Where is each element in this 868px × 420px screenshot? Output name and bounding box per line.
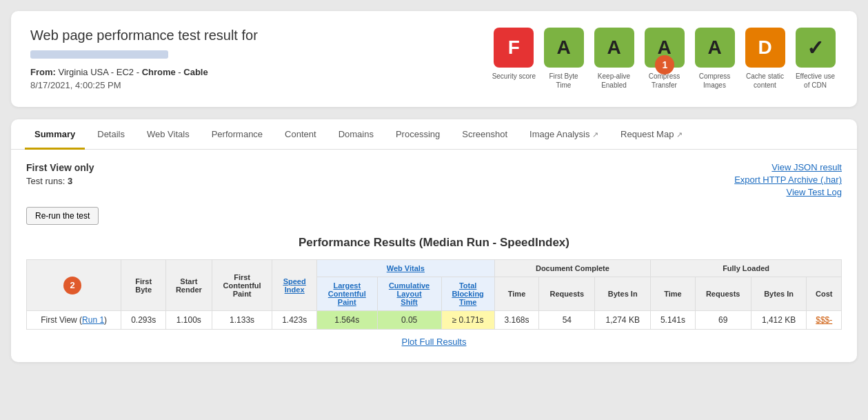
th-full-time: Time xyxy=(651,277,696,311)
cell-cost[interactable]: $$$- xyxy=(807,311,842,330)
th-tbt[interactable]: TotalBlockingTime xyxy=(441,277,494,311)
cell-first-byte: 0.293s xyxy=(121,311,166,330)
runs-label: Test runs: 3 xyxy=(26,176,94,186)
grade-item-security: F Security score xyxy=(492,28,536,81)
badge-2: 2 xyxy=(63,277,81,294)
export-har-link[interactable]: Export HTTP Archive (.har) xyxy=(734,174,842,185)
table-row: First View (Run 1) 0.293s 1.100s 1.133s … xyxy=(27,311,842,330)
grade-item-cache: D Cache static content xyxy=(743,28,787,90)
cell-full-bytes: 1,412 KB xyxy=(751,311,807,330)
datetime: 8/17/2021, 4:00:25 PM xyxy=(30,80,258,90)
from-info: From: Virginia USA - EC2 - Chrome - Cabl… xyxy=(30,67,258,77)
page-title: Web page performance test result for xyxy=(30,28,258,43)
grade-box-a-fbt: A xyxy=(544,28,584,68)
grade-item-compress-images: A Compress Images xyxy=(692,28,737,90)
web-vitals-link[interactable]: Web Vitals xyxy=(387,264,425,272)
grade-item-keepalive: A Keep-alive Enabled xyxy=(592,28,636,90)
th-speed-index[interactable]: SpeedIndex xyxy=(272,260,317,311)
tab-screenshot[interactable]: Screenshot xyxy=(452,119,517,150)
speed-index-link[interactable]: SpeedIndex xyxy=(283,277,306,294)
tab-processing[interactable]: Processing xyxy=(386,119,450,150)
th-fcp: FirstContentfulPaint xyxy=(212,260,272,311)
cell-full-requests: 69 xyxy=(695,311,751,330)
tab-web-vitals[interactable]: Web Vitals xyxy=(137,119,199,150)
tab-summary[interactable]: Summary xyxy=(25,119,85,150)
grade-label-cache: Cache static content xyxy=(743,72,787,90)
grade-label-fbt: First Byte Time xyxy=(541,72,586,90)
results-table: 2 FirstByte StartRender FirstContentfulP… xyxy=(26,259,842,330)
external-link-icon-image: ↗ xyxy=(592,130,598,139)
tabs-bar: Summary Details Web Vitals Performance C… xyxy=(11,119,857,150)
summary-right: View JSON result Export HTTP Archive (.h… xyxy=(734,162,842,197)
grade-item-cdn: ✓ Effective use of CDN xyxy=(793,28,838,90)
th-first-byte: FirstByte xyxy=(121,260,166,311)
th-fully-loaded: Fully Loaded xyxy=(651,260,842,277)
grade-box-f: F xyxy=(494,28,534,68)
th-lcp[interactable]: LargestContentfulPaint xyxy=(316,277,377,311)
top-card-left: Web page performance test result for Fro… xyxy=(30,28,258,90)
grade-label-keepalive: Keep-alive Enabled xyxy=(592,72,636,90)
tab-details[interactable]: Details xyxy=(88,119,134,150)
cell-doc-requests: 54 xyxy=(539,311,595,330)
cell-tbt: ≥ 0.171s xyxy=(441,311,494,330)
badge-1: 1 xyxy=(655,55,674,74)
cell-fcp: 1.133s xyxy=(212,311,272,330)
view-test-log-link[interactable]: View Test Log xyxy=(787,187,842,197)
grade-label-security: Security score xyxy=(492,72,536,81)
tab-content[interactable]: Content xyxy=(275,119,326,150)
tab-performance[interactable]: Performance xyxy=(202,119,272,150)
grade-box-a-images: A xyxy=(695,28,735,68)
th-start-render: StartRender xyxy=(165,260,212,311)
grade-label-cdn: Effective use of CDN xyxy=(793,72,838,90)
th-doc-complete: Document Complete xyxy=(494,260,650,277)
lcp-link[interactable]: LargestContentfulPaint xyxy=(328,281,366,306)
external-link-icon-request: ↗ xyxy=(676,130,683,139)
grades-section: F Security score A First Byte Time A Kee… xyxy=(492,28,838,90)
tab-image-analysis[interactable]: Image Analysis ↗ xyxy=(520,119,608,150)
th-doc-requests: Requests xyxy=(539,277,595,311)
th-full-requests: Requests xyxy=(695,277,751,311)
cost-link[interactable]: $$$- xyxy=(816,315,832,325)
from-label: From: xyxy=(30,67,56,77)
cls-link[interactable]: CumulativeLayoutShift xyxy=(389,281,430,306)
grade-item-fbt: A First Byte Time xyxy=(541,28,586,90)
th-doc-time: Time xyxy=(494,277,539,311)
th-badge: 2 xyxy=(27,260,121,311)
cell-full-time: 5.141s xyxy=(651,311,696,330)
grade-box-d: D xyxy=(745,28,785,68)
grade-box-check: ✓ xyxy=(796,28,836,68)
tab-request-map[interactable]: Request Map ↗ xyxy=(611,119,692,150)
view-label: First View only xyxy=(26,162,94,173)
plot-link-wrapper: Plot Full Results xyxy=(26,337,842,347)
run1-link[interactable]: Run 1 xyxy=(82,315,104,325)
browser-label: Chrome xyxy=(142,67,176,77)
perf-results-title: Performance Results (Median Run - SpeedI… xyxy=(26,236,842,250)
top-card: Web page performance test result for Fro… xyxy=(11,11,857,107)
grade-label-compress-images: Compress Images xyxy=(692,72,737,90)
runs-count: 3 xyxy=(68,176,72,186)
content-area: First View only Test runs: 3 View JSON r… xyxy=(11,150,857,362)
url-bar xyxy=(30,50,168,59)
tbt-link[interactable]: TotalBlockingTime xyxy=(452,281,483,306)
th-web-vitals: Web Vitals xyxy=(316,260,494,277)
from-location: Virginia USA - EC2 xyxy=(58,67,134,77)
rerun-button[interactable]: Re-run the test xyxy=(26,207,99,225)
view-json-link[interactable]: View JSON result xyxy=(771,162,842,172)
cell-doc-bytes: 1,274 KB xyxy=(595,311,651,330)
th-cls[interactable]: CumulativeLayoutShift xyxy=(377,277,441,311)
row-label: First View (Run 1) xyxy=(27,311,121,330)
connection-label: Cable xyxy=(183,67,208,77)
summary-header: First View only Test runs: 3 View JSON r… xyxy=(26,162,842,197)
th-doc-bytes: Bytes In xyxy=(595,277,651,311)
main-card: Summary Details Web Vitals Performance C… xyxy=(11,119,857,362)
cell-start-render: 1.100s xyxy=(165,311,212,330)
cell-speed-index: 1.423s xyxy=(272,311,317,330)
plot-full-results-link[interactable]: Plot Full Results xyxy=(402,337,467,347)
cell-cls: 0.05 xyxy=(377,311,441,330)
th-cost: Cost xyxy=(807,277,842,311)
tab-domains[interactable]: Domains xyxy=(329,119,383,150)
results-table-wrapper: 2 FirstByte StartRender FirstContentfulP… xyxy=(26,259,842,330)
summary-left: First View only Test runs: 3 xyxy=(26,162,94,186)
cell-lcp: 1.564s xyxy=(316,311,377,330)
cell-doc-time: 3.168s xyxy=(494,311,539,330)
